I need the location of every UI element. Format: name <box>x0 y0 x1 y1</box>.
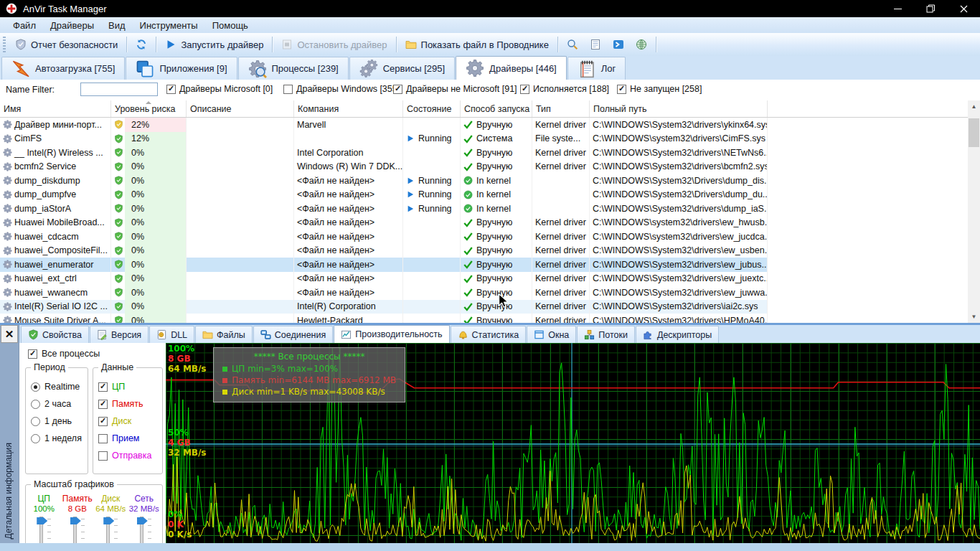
toolbar-grip[interactable] <box>3 37 6 52</box>
scale-sliders: ЦП100%0%Память8 GB0 MBДиск64 MB/s0 K/sСе… <box>27 494 161 551</box>
detail-tab-dll[interactable]: DLL <box>149 326 194 343</box>
table-row[interactable]: huawei_CompositeFil...0%<Файл не найден>… <box>0 244 768 258</box>
filter-checkbox-1[interactable]: Драйверы Windows [355] <box>283 84 400 94</box>
axis-label: 0% <box>168 509 192 519</box>
performance-graph[interactable]: 100%8 GB64 MB/s50%4 GB32 MB/s0%0 K0 K/s*… <box>166 343 980 543</box>
column-header-1[interactable]: Уровень риска <box>111 100 187 117</box>
menu-file[interactable]: Файл <box>6 19 43 32</box>
restore-button[interactable] <box>914 0 947 17</box>
filter-checkbox-4[interactable]: Не запущен [258] <box>617 84 702 94</box>
data-checkbox-2[interactable]: Диск <box>98 416 159 426</box>
checkbox <box>98 451 108 461</box>
legend-color-square <box>222 390 227 395</box>
table-row[interactable]: Драйвер мини-порт...22%MarvellВручнуюKer… <box>0 118 768 132</box>
shield-ok-icon <box>114 274 123 283</box>
name-filter-input[interactable] <box>80 83 158 96</box>
slider-handle[interactable] <box>70 517 81 524</box>
column-header-4[interactable]: Состояние <box>403 100 461 117</box>
period-radio-2[interactable]: 1 день <box>31 416 85 426</box>
slider-handle[interactable] <box>37 517 47 524</box>
report-button[interactable] <box>584 37 607 52</box>
table-row[interactable]: Huawei MobileBroad...0%<Файл не найден>В… <box>0 216 768 230</box>
tab-drivers[interactable]: Драйверы [446] <box>456 56 567 80</box>
detail-tab-version[interactable]: Версия <box>90 326 149 343</box>
detail-tab-statistics[interactable]: Статистика <box>451 326 527 343</box>
risk-level-cell: 0% <box>111 146 187 160</box>
column-header-7[interactable]: Полный путь <box>590 100 768 117</box>
close-button[interactable] <box>947 0 980 17</box>
full-path-cell: C:\WINDOWS\System32\drivers\ykinx64.sys <box>590 118 768 132</box>
state-cell <box>403 286 461 300</box>
table-row[interactable]: bcmfn2 Service0%Windows (R) Win 7 DDK...… <box>0 160 768 174</box>
menu-view[interactable]: Вид <box>101 19 133 32</box>
scroll-down-arrow[interactable]: ▼ <box>968 311 980 323</box>
minimize-button[interactable] <box>881 0 914 17</box>
all-processes-checkbox[interactable]: Все процессы <box>28 349 166 359</box>
data-checkbox-3[interactable]: Прием <box>98 433 159 443</box>
tab-processes[interactable]: Процессы [239] <box>238 57 349 80</box>
scroll-up-arrow[interactable]: ▲ <box>968 100 980 113</box>
filter-checkbox-2[interactable]: Драйверы не Microsoft [91] <box>393 84 517 94</box>
column-header-3[interactable]: Компания <box>294 100 403 117</box>
scrollbar-thumb[interactable] <box>969 118 979 147</box>
menu-drivers[interactable]: Драйверы <box>43 19 101 32</box>
table-row[interactable]: Mouse Suite Driver A...0%Hewlett-Packard… <box>0 314 768 323</box>
data-checkbox-1[interactable]: Память <box>98 399 159 409</box>
data-checkbox-0[interactable]: ЦП <box>98 382 159 392</box>
show-in-explorer-button[interactable]: Показать файл в Проводнике <box>400 37 555 52</box>
table-row[interactable]: dump_iaStorA0%<Файл не найден>RunningIn … <box>0 202 768 216</box>
menu-help[interactable]: Помощь <box>205 19 255 32</box>
detail-tab-connections[interactable]: Соединения <box>253 326 333 343</box>
detail-tab-handles[interactable]: Дескрипторы <box>636 326 719 343</box>
column-header-2[interactable]: Описание <box>187 100 294 117</box>
tab-startup[interactable]: Автозагрузка [755] <box>1 57 125 80</box>
table-vertical-scrollbar[interactable]: ▲ ▼ <box>968 100 980 323</box>
tab-log[interactable]: Лог <box>567 57 626 80</box>
filter-checkbox-3[interactable]: Исполняется [188] <box>520 84 609 94</box>
detail-tab-performance[interactable]: Производительность <box>334 325 449 343</box>
security-report-button[interactable]: Отчет безопасности <box>9 37 123 52</box>
table-row[interactable]: huawei_ext_ctrl0%<Файл не найден>Вручную… <box>0 272 768 286</box>
period-radio-0[interactable]: Realtime <box>31 382 85 392</box>
column-header-6[interactable]: Тип <box>532 100 590 117</box>
driver-name-cell: huawei_cdcacm <box>0 230 111 244</box>
description-cell <box>187 146 294 160</box>
slider-handle[interactable] <box>103 517 114 524</box>
tab-applications[interactable]: Приложения [9] <box>126 57 237 80</box>
search-button[interactable] <box>561 37 584 52</box>
detail-tab-threads[interactable]: Потоки <box>577 326 635 343</box>
data-checkbox-4[interactable]: Отправка <box>98 451 159 461</box>
detail-tab-windows[interactable]: Окна <box>527 326 576 343</box>
period-radio-3[interactable]: 1 неделя <box>31 433 85 443</box>
period-radio-1[interactable]: 2 часа <box>31 399 85 409</box>
tab-services[interactable]: Сервисы [295] <box>349 57 455 80</box>
table-row[interactable]: huawei_cdcacm0%<Файл не найден>ВручнуюKe… <box>0 230 768 244</box>
table-row[interactable]: dump_diskdump0%<Файл не найден>RunningIn… <box>0 174 768 188</box>
table-row[interactable]: huawei_enumerator0%<Файл не найден>Вручн… <box>0 258 768 272</box>
table-row[interactable]: huawei_wwanecm0%<Файл не найден>ВручнуюK… <box>0 286 768 300</box>
menu-tools[interactable]: Инструменты <box>133 19 205 32</box>
app-icon <box>6 3 17 14</box>
start-driver-button[interactable]: Запустить драйвер <box>159 37 269 52</box>
column-header-5[interactable]: Способ запуска <box>461 100 532 117</box>
filter-checkbox-0[interactable]: Драйверы Microsoft [0] <box>166 84 273 94</box>
slider-handle[interactable] <box>137 517 148 524</box>
detail-tab-properties[interactable]: Свойства <box>21 326 89 343</box>
state-cell <box>403 244 461 258</box>
stop-driver-button[interactable]: Остановить драйвер <box>275 37 392 52</box>
table-row[interactable]: CimFS12%RunningСистемаFile syste...C:\WI… <box>0 132 768 146</box>
console-button[interactable] <box>607 37 630 52</box>
detail-close-button[interactable]: ✕ <box>1 325 18 343</box>
shield-ok-icon <box>114 218 123 227</box>
circle-icon <box>463 176 473 185</box>
column-header-0[interactable]: Имя <box>0 100 111 117</box>
online-services-button[interactable] <box>630 37 653 52</box>
detail-tab-files[interactable]: Файлы <box>195 326 253 343</box>
table-row[interactable]: Intel(R) Serial IO I2C ...0%Intel(R) Cor… <box>0 300 768 314</box>
table-row[interactable]: __ Intel(R) Wireless ...0%Intel Corporat… <box>0 146 768 160</box>
risk-level-cell: 0% <box>111 314 187 323</box>
state-cell <box>403 118 461 132</box>
refresh-button[interactable] <box>130 37 153 52</box>
gear-icon <box>3 176 12 185</box>
table-row[interactable]: dump_dumpfve0%<Файл не найден>RunningIn … <box>0 188 768 202</box>
